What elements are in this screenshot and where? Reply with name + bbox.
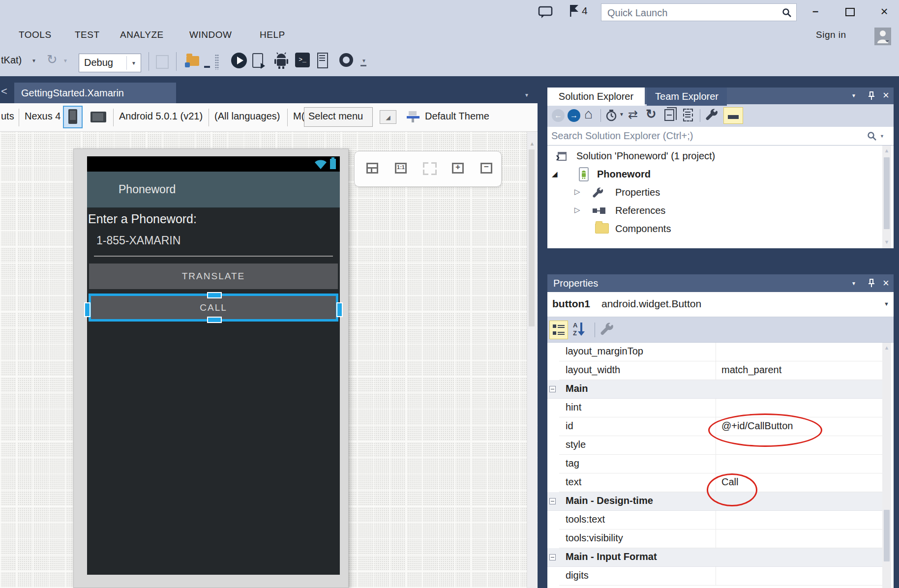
- resize-handle-bottom[interactable]: [207, 317, 222, 323]
- home-icon[interactable]: ⌂: [584, 106, 593, 122]
- menu-test[interactable]: TEST: [75, 29, 100, 40]
- property-value[interactable]: [716, 343, 882, 361]
- alphabetical-sort-button[interactable]: A Z: [571, 321, 590, 339]
- preview-selected-items-button[interactable]: [723, 107, 743, 124]
- property-value[interactable]: [716, 455, 882, 473]
- landscape-orientation-button[interactable]: [88, 106, 109, 128]
- save-icon[interactable]: [204, 66, 210, 68]
- device-dropdown-arrow[interactable]: ▼: [31, 58, 36, 63]
- language-selector[interactable]: (All languages): [214, 111, 280, 122]
- refresh-dropdown-arrow[interactable]: ▼: [63, 58, 68, 63]
- collapse-category-icon[interactable]: [549, 554, 556, 560]
- device-target-icon[interactable]: [252, 53, 263, 68]
- theme-icon[interactable]: [406, 110, 420, 123]
- toolbar-drag-handle[interactable]: [215, 54, 219, 70]
- pending-changes-icon[interactable]: [605, 109, 617, 122]
- window-position-dropdown[interactable]: ▼: [851, 275, 856, 293]
- editor-scrollbar[interactable]: ▲: [527, 132, 537, 588]
- zoom-in-icon[interactable]: +: [451, 161, 466, 176]
- pending-dropdown[interactable]: ▼: [619, 112, 624, 117]
- search-icon[interactable]: [867, 131, 877, 142]
- menu-selector-partial[interactable]: M(: [293, 111, 304, 122]
- attach-process-icon[interactable]: [156, 55, 169, 69]
- collapse-all-icon[interactable]: [664, 109, 674, 121]
- minimize-button[interactable]: –: [806, 4, 825, 20]
- grid-scrollbar[interactable]: ▲: [882, 343, 891, 588]
- theme-selector[interactable]: Default Theme: [425, 111, 489, 122]
- design-canvas[interactable]: Phoneword Enter a Phoneword: 1-855-XAMAR…: [0, 132, 538, 588]
- menu-window[interactable]: WINDOW: [189, 29, 232, 40]
- configuration-combo[interactable]: Debug ▼: [79, 54, 141, 72]
- object-selector-dropdown[interactable]: ▼: [884, 301, 889, 307]
- property-row[interactable]: tools:visibility: [559, 529, 882, 548]
- fit-window-icon[interactable]: [422, 161, 437, 176]
- quick-launch-box[interactable]: Quick Launch: [601, 3, 797, 21]
- device-selector[interactable]: Nexus 4: [25, 111, 60, 122]
- tab-scroll-left-icon[interactable]: <: [1, 85, 7, 98]
- property-row[interactable]: layout_width match_parent: [559, 361, 882, 380]
- call-button-selection[interactable]: CALL: [89, 294, 338, 322]
- scroll-up-icon[interactable]: ▲: [882, 147, 891, 153]
- close-button[interactable]: ×: [874, 4, 894, 20]
- tree-item-components[interactable]: Components: [547, 220, 882, 238]
- translate-button[interactable]: TRANSLATE: [89, 264, 338, 289]
- tab-gettingstarted-xamarin[interactable]: GettingStarted.Xamarin: [14, 83, 176, 103]
- open-file-icon[interactable]: [186, 56, 199, 66]
- alternative-layouts-partial[interactable]: uts: [1, 111, 14, 122]
- menu-analyze[interactable]: ANALYZE: [120, 29, 164, 40]
- phoneword-input[interactable]: 1-855-XAMARIN: [96, 234, 180, 247]
- property-value[interactable]: [716, 511, 882, 529]
- scroll-up-icon[interactable]: ▲: [882, 345, 891, 351]
- categorized-view-button[interactable]: [549, 321, 568, 339]
- property-row[interactable]: digits: [559, 567, 882, 586]
- property-row[interactable]: tag: [559, 455, 882, 473]
- property-value[interactable]: [716, 567, 882, 586]
- scrollbar-thumb[interactable]: [884, 157, 890, 229]
- tree-item-phoneword-project[interactable]: ◢ Phoneword: [547, 166, 882, 184]
- resize-handle-right[interactable]: [336, 302, 343, 317]
- phoneword-label[interactable]: Enter a Phoneword:: [88, 212, 197, 226]
- back-icon[interactable]: ←: [552, 109, 565, 122]
- call-button[interactable]: CALL: [91, 296, 336, 319]
- tab-solution-explorer[interactable]: Solution Explorer: [547, 88, 645, 106]
- android-emulator-icon[interactable]: [274, 52, 289, 69]
- pin-icon[interactable]: [867, 91, 876, 101]
- fit-page-icon[interactable]: [365, 161, 380, 176]
- collapsed-icon[interactable]: ▷: [574, 206, 580, 214]
- select-menu-button[interactable]: Select menu: [304, 107, 373, 127]
- adb-console-icon[interactable]: >_: [295, 53, 310, 67]
- user-avatar[interactable]: [874, 28, 891, 45]
- tab-team-explorer[interactable]: Team Explorer: [647, 88, 727, 106]
- android-version-selector[interactable]: Android 5.0.1 (v21): [119, 111, 203, 122]
- properties-wrench-icon[interactable]: [706, 109, 719, 121]
- notification-count[interactable]: 4: [582, 5, 588, 17]
- menu-help[interactable]: HELP: [260, 29, 285, 40]
- actual-size-icon[interactable]: 1:1: [394, 161, 409, 176]
- scroll-up-icon[interactable]: ▲: [527, 141, 537, 147]
- profiler-icon[interactable]: [339, 53, 353, 67]
- property-category-main[interactable]: Main: [547, 380, 882, 399]
- tree-item-references[interactable]: ▷ References: [547, 202, 882, 220]
- pin-icon[interactable]: [867, 278, 876, 288]
- tree-scrollbar[interactable]: ▲ ▼: [882, 146, 891, 248]
- device-dropdown-partial[interactable]: tKat): [1, 55, 22, 66]
- expanded-icon[interactable]: ◢: [552, 170, 558, 178]
- forward-icon[interactable]: →: [568, 109, 580, 122]
- tree-item-solution[interactable]: Solution 'Phoneword' (1 project): [547, 147, 882, 166]
- refresh-icon[interactable]: ↻: [646, 107, 657, 122]
- window-position-dropdown[interactable]: ▼: [851, 88, 856, 104]
- property-row[interactable]: tools:text: [559, 511, 882, 529]
- sign-in-link[interactable]: Sign in: [816, 29, 846, 40]
- refresh-devices-icon[interactable]: ↻: [47, 52, 58, 67]
- scrollbar-thumb[interactable]: [884, 510, 890, 561]
- resize-handle-left[interactable]: [84, 302, 90, 317]
- close-panel-icon[interactable]: ×: [883, 275, 889, 292]
- toolbar-overflow-arrow[interactable]: ▼: [361, 58, 366, 63]
- scrollbar-thumb[interactable]: [529, 149, 535, 326]
- properties-header[interactable]: Properties ▼ ×: [547, 274, 894, 292]
- tree-item-properties[interactable]: ▷ Properties: [547, 184, 882, 202]
- search-options-dropdown[interactable]: ▼: [880, 134, 884, 139]
- device-log-icon[interactable]: [317, 53, 328, 68]
- collapse-category-icon[interactable]: [549, 498, 556, 504]
- designer-options-button[interactable]: ◢: [380, 110, 396, 124]
